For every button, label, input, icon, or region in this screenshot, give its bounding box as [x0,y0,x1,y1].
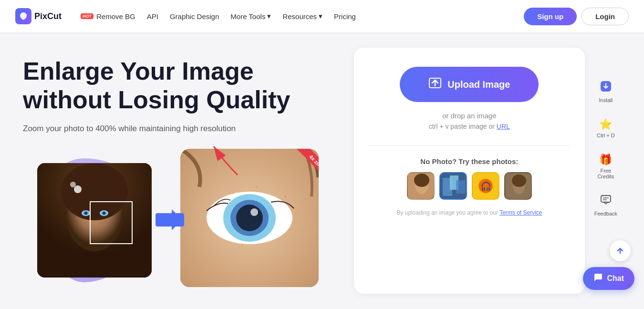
install-icon [600,80,612,95]
svg-point-0 [22,14,25,17]
chevron-down-icon: ▾ [319,12,322,21]
svg-point-29 [414,174,429,187]
shortcut-tool[interactable]: ⭐ Ctrl + D [593,114,619,142]
arrow-icon [156,213,184,227]
svg-point-16 [256,186,258,187]
right-panel: Upload Image or drop an image ctrl + v p… [354,48,621,294]
svg-point-5 [70,182,76,187]
main-content: Enlarge Your Image without Losing Qualit… [0,32,644,309]
svg-point-23 [250,208,258,216]
logo-text: PixCut [34,11,62,21]
svg-point-8 [85,212,87,214]
nav-remove-bg[interactable]: HOT Remove BG [75,9,141,24]
terms-link[interactable]: Terms of Service [499,209,542,216]
sample-images: 🎧 [407,172,532,200]
svg-rect-33 [456,180,466,194]
drop-text: or drop an image [442,112,496,120]
credits-tool[interactable]: 🎁 FreeCredits [593,150,618,183]
logo[interactable]: PixCut [15,8,62,24]
install-label: Install [599,97,613,103]
svg-point-4 [74,185,82,193]
svg-text:🎧: 🎧 [480,181,491,192]
credits-label: FreeCredits [597,168,614,179]
divider [369,145,570,146]
svg-point-22 [236,205,263,231]
navbar: PixCut HOT Remove BG API Graphic Design … [0,0,644,32]
nav-resources[interactable]: Resources ▾ [277,8,328,24]
url-link[interactable]: URL [497,123,510,130]
install-tool[interactable]: Install [595,76,616,107]
svg-point-17 [285,196,286,197]
upload-card: Upload Image or drop an image ctrl + v p… [354,48,585,294]
svg-rect-41 [601,196,611,202]
demo-images: 4x zoom [23,149,319,292]
star-icon: ⭐ [599,118,612,131]
feedback-icon [600,195,612,209]
feedback-label: Feedback [594,211,617,216]
gift-icon: 🎁 [599,154,612,166]
hero-title: Enlarge Your Image without Losing Qualit… [23,57,335,114]
selection-box [90,201,133,244]
red-arrow-icon [204,142,242,180]
scroll-up-button[interactable] [610,240,631,261]
nav-more-tools[interactable]: More Tools ▾ [225,8,277,24]
zoom-ribbon: 4x zoom [294,149,319,186]
upload-image-button[interactable]: Upload Image [400,67,539,102]
try-photos-label: No Photo? Try these photos: [420,157,518,165]
hot-badge: HOT [81,13,93,19]
nav-api[interactable]: API [141,9,164,24]
feedback-tool[interactable]: Feedback [591,191,621,220]
sample-thumb-2[interactable] [439,172,467,200]
upload-icon [428,76,442,93]
paste-text: ctrl + v paste image or URL [429,123,510,130]
nav-graphic-design[interactable]: Graphic Design [164,9,225,24]
shortcut-label: Ctrl + D [597,133,615,138]
chat-icon [593,273,603,284]
demo-image-large: 4x zoom [180,149,319,287]
sample-thumb-1[interactable] [407,172,435,200]
svg-point-39 [512,175,526,187]
sample-thumb-3[interactable]: 🎧 [472,172,499,200]
chat-button[interactable]: Chat [583,267,634,290]
demo-image-small [37,163,152,278]
terms-text: By uploading an image you agree to our T… [396,209,542,216]
nav-pricing[interactable]: Pricing [328,9,362,24]
signup-button[interactable]: Sign up [524,8,577,25]
chevron-down-icon: ▾ [267,12,271,21]
logo-icon [15,8,31,24]
sample-thumb-4[interactable] [504,172,532,200]
left-panel: Enlarge Your Image without Losing Qualit… [23,48,335,294]
login-button[interactable]: Login [582,8,629,25]
hero-subtitle: Zoom your photo to 400% while maintainin… [23,124,335,134]
